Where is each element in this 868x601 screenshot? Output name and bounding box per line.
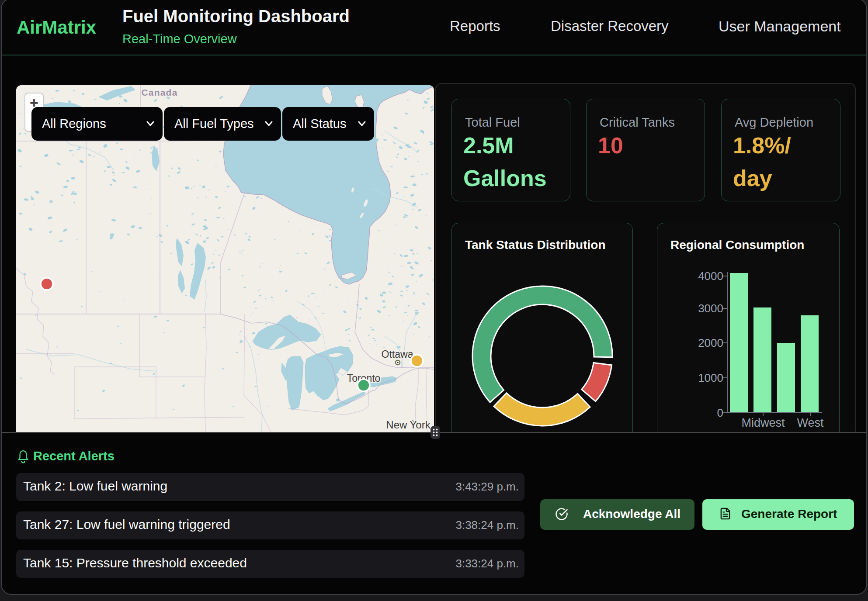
svg-text:Ottawa: Ottawa: [382, 349, 413, 360]
svg-text:Canada: Canada: [141, 87, 177, 97]
svg-text:New York: New York: [386, 419, 431, 431]
